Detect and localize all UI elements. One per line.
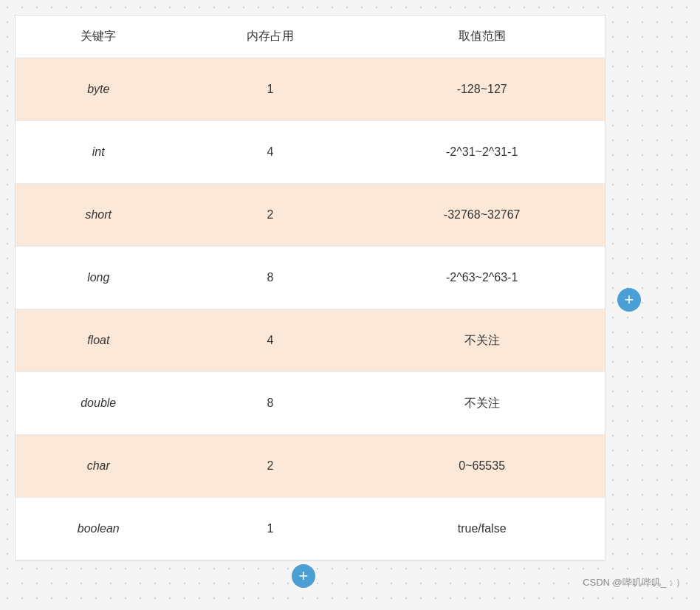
cell-memory: 1 [182, 58, 360, 121]
cell-keyword: float [16, 309, 182, 372]
cell-keyword: char [16, 435, 182, 498]
table-row: boolean1true/false [16, 498, 605, 561]
cell-range: -128~127 [359, 58, 605, 121]
cell-range: 0~65535 [359, 435, 605, 498]
col-header-range: 取值范围 [359, 16, 605, 58]
cell-keyword: int [16, 121, 182, 184]
cell-keyword: long [16, 247, 182, 309]
table-row: float4不关注 [16, 309, 605, 372]
cell-range: 不关注 [359, 309, 605, 372]
data-table-container: 关键字 内存占用 取值范围 byte1-128~127int4-2^31~2^3… [15, 15, 605, 561]
table-header-row: 关键字 内存占用 取值范围 [16, 16, 605, 58]
table-body: byte1-128~127int4-2^31~2^31-1short2-3276… [16, 58, 605, 561]
cell-memory: 4 [182, 121, 360, 184]
cell-keyword: byte [16, 58, 182, 121]
watermark-text: CSDN @哔叽哔叽_：） [583, 576, 685, 589]
table-row: char20~65535 [16, 435, 605, 498]
cell-memory: 4 [182, 309, 360, 372]
cell-keyword: double [16, 372, 182, 435]
col-header-keyword: 关键字 [16, 16, 182, 58]
table-row: long8-2^63~2^63-1 [16, 247, 605, 309]
cell-keyword: short [16, 184, 182, 247]
cell-range: -32768~32767 [359, 184, 605, 247]
cell-memory: 2 [182, 435, 360, 498]
cell-memory: 8 [182, 372, 360, 435]
cell-memory: 1 [182, 498, 360, 561]
table-row: short2-32768~32767 [16, 184, 605, 247]
data-table: 关键字 内存占用 取值范围 byte1-128~127int4-2^31~2^3… [16, 16, 605, 561]
cell-memory: 2 [182, 184, 360, 247]
cell-range: 不关注 [359, 372, 605, 435]
cell-range: -2^31~2^31-1 [359, 121, 605, 184]
table-row: int4-2^31~2^31-1 [16, 121, 605, 184]
plus-button-right[interactable]: + [617, 288, 641, 312]
cell-range: -2^63~2^63-1 [359, 247, 605, 309]
table-row: byte1-128~127 [16, 58, 605, 121]
col-header-memory: 内存占用 [182, 16, 360, 58]
cell-memory: 8 [182, 247, 360, 309]
plus-button-bottom[interactable]: + [292, 564, 315, 588]
table-row: double8不关注 [16, 372, 605, 435]
cell-keyword: boolean [16, 498, 182, 561]
cell-range: true/false [359, 498, 605, 561]
